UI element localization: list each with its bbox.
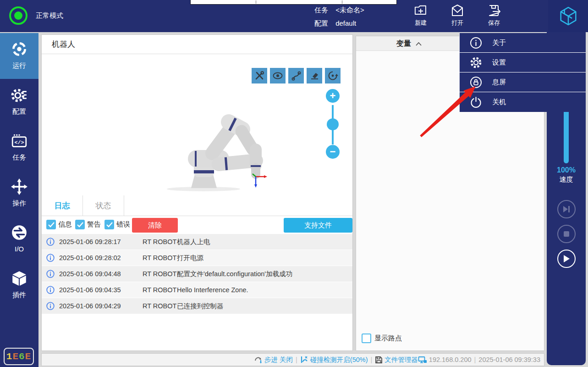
eraser-icon bbox=[309, 70, 320, 81]
checkbox-unchecked-icon bbox=[362, 334, 371, 343]
log-filter-row: 信息 警告 错误 清除 支持文件 bbox=[42, 217, 352, 234]
status-dot-icon bbox=[9, 6, 27, 25]
sidebar-item-plugin[interactable]: 插件 bbox=[0, 262, 38, 308]
mode-label: 正常模式 bbox=[36, 11, 63, 20]
zoom-in-button[interactable]: + bbox=[326, 89, 340, 103]
step-mode-icon bbox=[254, 356, 263, 364]
config-value: default bbox=[335, 19, 356, 27]
checkbox-checked-icon bbox=[104, 220, 114, 229]
play-button[interactable] bbox=[557, 250, 576, 268]
show-waypoints-checkbox[interactable]: 显示路点 bbox=[362, 334, 402, 343]
save-icon bbox=[487, 4, 501, 17]
robot-panel: 机器人 + − bbox=[41, 34, 353, 351]
rotate-icon bbox=[327, 70, 338, 81]
sidebar-item-operate[interactable]: 操作 bbox=[0, 171, 38, 217]
log-status-tabs: 日志 状态 bbox=[42, 195, 352, 216]
info-icon bbox=[46, 238, 55, 246]
log-row[interactable]: 2025-01-06 09:04:29 RT ROBOT 已连接到控制器 bbox=[42, 298, 352, 314]
file-manager-link[interactable]: 文件管理器 bbox=[375, 356, 418, 364]
robot-panel-title: 机器人 bbox=[42, 35, 352, 54]
path-button[interactable] bbox=[288, 68, 304, 83]
zoom-slider-thumb[interactable] bbox=[327, 118, 339, 130]
speed-caption: 速度 bbox=[547, 175, 586, 184]
status-code-badge: 1 E 6 E bbox=[4, 348, 34, 365]
svg-text:</>: </> bbox=[15, 139, 24, 145]
new-task-button[interactable]: 新建 bbox=[408, 4, 434, 29]
sidebar-item-configure[interactable]: 配置 bbox=[0, 79, 38, 125]
info-icon bbox=[46, 254, 55, 262]
clear-log-button[interactable]: 清除 bbox=[132, 218, 178, 233]
zoom-out-button[interactable]: − bbox=[326, 145, 340, 159]
brand-cube-icon bbox=[558, 6, 579, 27]
save-button[interactable]: 保存 bbox=[481, 4, 507, 29]
new-task-icon bbox=[414, 4, 428, 17]
support-files-button[interactable]: 支持文件 bbox=[284, 218, 352, 233]
task-icon: </> bbox=[11, 132, 28, 150]
menu-item-screen-off[interactable]: 息屏 bbox=[460, 72, 586, 92]
filter-warning-checkbox[interactable]: 警告 bbox=[75, 220, 101, 229]
variables-collapse-toggle[interactable]: 变量 bbox=[396, 39, 422, 49]
menu-item-about[interactable]: 关于 bbox=[460, 33, 586, 53]
tools-icon bbox=[254, 70, 265, 81]
shutdown-icon bbox=[470, 96, 482, 108]
config-label: 配置 bbox=[314, 17, 334, 30]
speed-percent: 100% bbox=[547, 166, 586, 174]
stop-icon bbox=[563, 231, 570, 237]
screen-off-lock-icon bbox=[470, 76, 482, 89]
configure-icon bbox=[11, 86, 28, 104]
app-logo[interactable] bbox=[548, 0, 588, 32]
tools-button[interactable] bbox=[252, 68, 267, 83]
sidebar-item-io[interactable]: I/O bbox=[0, 217, 38, 262]
robot-3d-view[interactable] bbox=[165, 105, 270, 194]
menu-item-settings[interactable]: 设置 bbox=[460, 53, 586, 72]
task-label: 任务 bbox=[314, 3, 334, 17]
collision-icon bbox=[300, 356, 308, 364]
log-list: 2025-01-06 09:28:17 RT ROBOT 机器人上电 2025-… bbox=[42, 234, 352, 314]
io-icon bbox=[11, 224, 28, 241]
checkbox-checked-icon bbox=[75, 220, 85, 229]
open-button[interactable]: 打开 bbox=[445, 4, 470, 29]
open-icon bbox=[451, 4, 464, 17]
sidebar-item-run[interactable]: 运行 bbox=[0, 33, 38, 79]
top-bar: 正常模式 任务 <未命名> 配置 default 新建 打开 保存 bbox=[0, 0, 588, 32]
system-menu: 关于 设置 息屏 关机 bbox=[459, 33, 586, 112]
network-status[interactable]: 192.168.0.200 bbox=[418, 356, 472, 364]
info-icon bbox=[46, 270, 55, 278]
log-row[interactable]: 2025-01-06 09:28:02 RT ROBOT 打开电源 bbox=[42, 250, 352, 266]
floppy-icon bbox=[375, 356, 383, 364]
info-icon bbox=[46, 286, 55, 294]
network-icon bbox=[418, 356, 427, 364]
tab-status[interactable]: 状态 bbox=[83, 195, 124, 216]
status-bar: 步进 关闭 | 碰撞检测开启(50%) | 文件管理器 192.168.0.20… bbox=[41, 353, 544, 366]
plugin-icon bbox=[11, 270, 28, 287]
task-config-info: 任务 <未命名> 配置 default bbox=[314, 3, 364, 30]
task-value: <未命名> bbox=[335, 6, 364, 14]
robot-mode-indicator: 正常模式 bbox=[9, 6, 63, 25]
top-edit-box[interactable] bbox=[190, 0, 397, 5]
settings-icon bbox=[470, 56, 482, 69]
menu-item-shutdown[interactable]: 关机 bbox=[460, 92, 586, 112]
info-icon bbox=[46, 302, 55, 310]
checkbox-checked-icon bbox=[46, 220, 56, 229]
log-row[interactable]: 2025-01-06 09:04:48 RT ROBOT 配置文件'defaul… bbox=[42, 266, 352, 282]
chevron-up-icon bbox=[416, 42, 422, 46]
eraser-button[interactable] bbox=[307, 68, 322, 83]
log-row[interactable]: 2025-01-06 09:04:35 RT ROBOT Hello Inter… bbox=[42, 282, 352, 298]
sidebar: 运行 配置 </> 任务 操作 bbox=[0, 33, 38, 367]
step-forward-button[interactable] bbox=[557, 200, 576, 218]
log-row[interactable]: 2025-01-06 09:28:17 RT ROBOT 机器人上电 bbox=[42, 234, 352, 250]
step-mode-status[interactable]: 步进 关闭 bbox=[254, 356, 293, 364]
run-icon bbox=[11, 40, 28, 58]
stop-button[interactable] bbox=[557, 225, 576, 243]
eye-icon bbox=[272, 70, 283, 81]
reset-view-button[interactable] bbox=[325, 68, 341, 83]
play-icon bbox=[563, 255, 570, 263]
filter-error-checkbox[interactable]: 错误 bbox=[104, 220, 130, 229]
collision-detection-status[interactable]: 碰撞检测开启(50%) bbox=[300, 356, 368, 364]
about-icon bbox=[470, 37, 482, 49]
tab-log[interactable]: 日志 bbox=[42, 195, 83, 216]
system-datetime: 2025-01-06 09:39:33 bbox=[478, 356, 540, 363]
filter-info-checkbox[interactable]: 信息 bbox=[46, 220, 72, 229]
sidebar-item-task[interactable]: </> 任务 bbox=[0, 125, 38, 171]
visibility-button[interactable] bbox=[270, 68, 286, 83]
